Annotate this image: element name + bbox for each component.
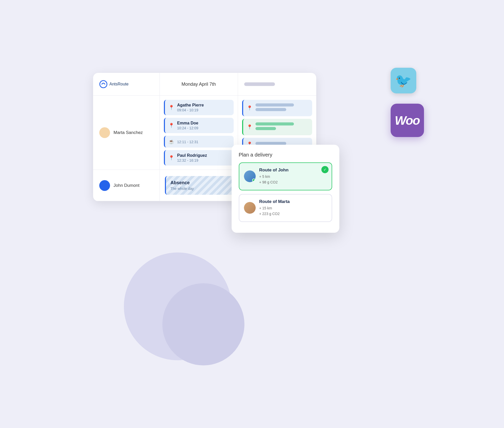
break-icon: ☕ bbox=[169, 139, 174, 144]
appt-break-info: 12:11 - 12:31 bbox=[177, 139, 199, 144]
appt-agathe-info: Agathe Pierre 09:04 - 10:19 bbox=[177, 103, 204, 112]
appt-emma-name: Emma Doe bbox=[177, 121, 199, 125]
woo-label: Woo bbox=[395, 113, 420, 128]
john-avatar bbox=[99, 180, 110, 191]
header-placeholder-bar bbox=[244, 82, 275, 86]
logo-ants: Ants bbox=[110, 82, 118, 86]
bg-circle-2 bbox=[162, 283, 244, 365]
appt-emma-time: 10:24 - 12:09 bbox=[177, 126, 199, 130]
route-marta-km: + 15 km bbox=[259, 206, 272, 210]
appt-agathe[interactable]: 📍 Agathe Pierre 09:04 - 10:19 bbox=[164, 100, 234, 115]
marta-name: Marta Sanchez bbox=[114, 130, 143, 135]
route-marta-avatar bbox=[244, 202, 256, 214]
woo-badge: Woo bbox=[391, 104, 424, 137]
placeholder-lines-1 bbox=[255, 103, 294, 113]
marta-person-cell: Marta Sanchez bbox=[93, 96, 160, 170]
marta-avatar-bg bbox=[244, 202, 256, 214]
appt-paul[interactable]: 📍 Paul Rodriguez 12:32 - 16:19 bbox=[164, 150, 234, 166]
absence-box: Absence The whole day bbox=[165, 176, 233, 195]
appt-agathe-time: 09:04 - 10:19 bbox=[177, 108, 204, 112]
route-marta-co2: + 223 g CO2 bbox=[259, 212, 280, 216]
john-person-cell: John Dumont bbox=[93, 170, 160, 201]
pline-1a bbox=[255, 103, 294, 106]
route-marta-detail: + 15 km + 223 g CO2 bbox=[259, 205, 327, 217]
right-item-1: 📍 bbox=[242, 100, 312, 116]
absence-title: Absence bbox=[171, 180, 228, 186]
appt-emma-info: Emma Doe 10:24 - 12:09 bbox=[177, 121, 199, 130]
pline-2a bbox=[255, 122, 294, 125]
puffin-badge: 🐦 bbox=[391, 68, 416, 93]
appt-paul-name: Paul Rodriguez bbox=[177, 153, 207, 158]
route-john-co2: + 98 g CO2 bbox=[259, 180, 278, 184]
delivery-popup: Plan a delivery Route of John + 5 km + 9… bbox=[232, 145, 339, 233]
right-location-icon-2: 📍 bbox=[247, 124, 252, 130]
main-container: 🐦 Woo AntsRoute Monday April 7th bbox=[73, 47, 432, 381]
john-online-indicator bbox=[252, 179, 255, 182]
route-marta-option[interactable]: Route of Marta + 15 km + 223 g CO2 bbox=[239, 194, 332, 222]
puffin-icon: 🐦 bbox=[395, 73, 412, 89]
location-icon-agathe: 📍 bbox=[169, 105, 174, 110]
route-john-name: Route of John bbox=[259, 168, 327, 173]
svg-point-0 bbox=[100, 81, 107, 88]
john-absence-cell: Absence The whole day bbox=[160, 170, 238, 201]
antsroute-logo-icon bbox=[99, 80, 107, 88]
route-marta-info: Route of Marta + 15 km + 223 g CO2 bbox=[259, 199, 327, 217]
logo-text: AntsRoute bbox=[110, 82, 129, 86]
appt-break: ☕ 12:11 - 12:31 bbox=[164, 136, 234, 148]
route-john-option[interactable]: Route of John + 5 km + 98 g CO2 ✓ bbox=[239, 162, 332, 190]
absence-subtitle: The whole day bbox=[171, 187, 228, 191]
marta-appointments: 📍 Agathe Pierre 09:04 - 10:19 📍 Emma Doe… bbox=[160, 96, 238, 170]
route-john-info: Route of John + 5 km + 98 g CO2 bbox=[259, 168, 327, 185]
appt-paul-time: 12:32 - 16:19 bbox=[177, 158, 207, 162]
route-john-avatar bbox=[244, 170, 256, 182]
schedule-header: AntsRoute Monday April 7th bbox=[93, 73, 316, 96]
logo-cell: AntsRoute bbox=[93, 73, 160, 95]
route-john-km: + 5 km bbox=[259, 174, 270, 179]
placeholder-lines-2 bbox=[255, 122, 294, 132]
john-name: John Dumont bbox=[114, 183, 140, 188]
logo-route: Route bbox=[118, 82, 129, 86]
appt-paul-info: Paul Rodriguez 12:32 - 16:19 bbox=[177, 153, 207, 162]
header-placeholder-cell bbox=[238, 73, 316, 95]
right-item-2: 📍 bbox=[242, 119, 312, 135]
pline-2b bbox=[255, 127, 276, 130]
marta-avatar bbox=[99, 127, 110, 138]
appt-emma[interactable]: 📍 Emma Doe 10:24 - 12:09 bbox=[164, 118, 234, 133]
pline-1b bbox=[255, 108, 286, 111]
route-marta-name: Route of Marta bbox=[259, 199, 327, 204]
route-john-detail: + 5 km + 98 g CO2 bbox=[259, 174, 327, 185]
route-john-check-icon: ✓ bbox=[321, 166, 329, 173]
popup-title: Plan a delivery bbox=[239, 152, 332, 158]
appt-break-time: 12:11 - 12:31 bbox=[177, 140, 199, 144]
appt-agathe-name: Agathe Pierre bbox=[177, 103, 204, 108]
location-icon-emma: 📍 bbox=[169, 123, 174, 128]
location-icon-paul: 📍 bbox=[169, 155, 174, 161]
right-location-icon-1: 📍 bbox=[247, 105, 252, 111]
header-date: Monday April 7th bbox=[160, 73, 238, 95]
